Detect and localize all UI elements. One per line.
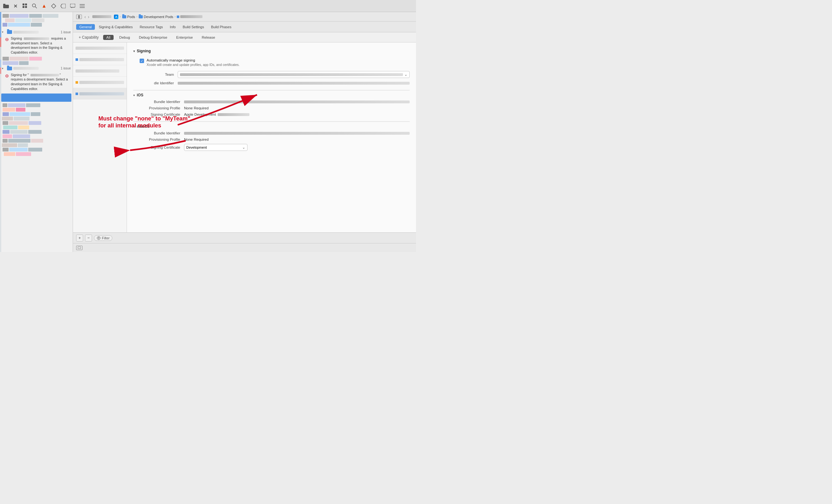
error-item-1: ⊖ Signing requires a development team. S… xyxy=(0,35,73,56)
filter-btn[interactable]: Filter xyxy=(94,235,112,241)
svg-line-9 xyxy=(35,7,37,8)
ios-provisioning-row: Provisioning Profile None Required xyxy=(133,106,410,110)
diamond-icon[interactable] xyxy=(51,3,56,9)
bundle-id-label: dle Identifier xyxy=(133,81,178,85)
status-bar xyxy=(73,243,416,252)
file-row-1[interactable] xyxy=(73,43,127,54)
nav-group-1[interactable]: ▾ 1 issue xyxy=(0,29,73,35)
svg-marker-10 xyxy=(51,4,56,8)
breadcrumb-dev-pods[interactable]: Development Pods xyxy=(139,15,173,19)
main-toolbar: ▲ xyxy=(0,0,416,12)
svg-rect-1 xyxy=(3,4,5,5)
svg-rect-0 xyxy=(3,5,9,8)
macos-provisioning-label: Provisioning Profile xyxy=(133,138,184,141)
macos-section-header: ▾ macOS xyxy=(133,124,410,129)
xcode-icon: A xyxy=(114,15,119,19)
pods-folder-icon xyxy=(122,15,126,18)
signing-section-label: Signing xyxy=(137,49,151,53)
ios-signing-cert-value: Apple Development xyxy=(184,113,250,116)
ios-arrow[interactable]: ▾ xyxy=(133,93,135,97)
file-row-2[interactable] xyxy=(73,54,127,65)
subtab-bar: + Capability All Debug Debug Enterprise … xyxy=(73,32,416,43)
macos-signing-cert-dropdown[interactable]: Development ⌄ xyxy=(184,144,248,151)
team-field-row: Team ⌄ xyxy=(133,71,410,78)
macos-provisioning-row: Provisioning Profile None Required xyxy=(133,138,410,141)
add-capability-btn[interactable]: + Capability xyxy=(77,34,101,40)
bubble-icon[interactable] xyxy=(70,3,76,9)
filter-label: Filter xyxy=(102,236,109,240)
blurred-item-icon xyxy=(177,16,179,18)
list-icon[interactable] xyxy=(79,3,85,9)
tab-resource-tags[interactable]: Resource Tags xyxy=(136,24,166,30)
breadcrumb-path-blurred xyxy=(92,15,111,18)
filter-icon xyxy=(97,236,101,240)
flag-icon[interactable]: ▲ xyxy=(41,3,47,9)
add-btn[interactable]: + xyxy=(76,234,83,242)
file-row-5[interactable] xyxy=(73,88,127,100)
error-text-2: Signing for " " requires a development t… xyxy=(11,73,68,91)
macos-label: macOS xyxy=(137,124,150,129)
breadcrumb-sep-2: › xyxy=(136,15,137,18)
macos-signing-cert-label: Signing Certificate xyxy=(133,145,184,149)
subtab-release[interactable]: Release xyxy=(199,35,218,40)
remove-btn[interactable]: − xyxy=(85,234,92,242)
toggle-arrow-1[interactable]: ▾ xyxy=(2,30,6,34)
signing-section-arrow[interactable]: ▾ xyxy=(133,50,135,53)
file-panel xyxy=(73,43,127,232)
breadcrumb-item-blurred[interactable] xyxy=(177,15,203,18)
macos-bundle-id-row: Bundle Identifier xyxy=(133,131,410,135)
issue-count-2: 1 issue xyxy=(60,66,71,70)
sidebar-toggle[interactable] xyxy=(76,15,82,19)
ios-signing-cert-row: Signing Certificate Apple Development xyxy=(133,113,410,116)
subtab-debug-enterprise[interactable]: Debug Enterprise xyxy=(136,35,171,40)
svg-rect-4 xyxy=(23,3,24,5)
pods-label: Pods xyxy=(127,15,135,19)
macos-provisioning-value: None Required xyxy=(184,138,208,141)
tab-bar: General Signing & Capabilities Resource … xyxy=(73,22,416,32)
tab-build-settings[interactable]: Build Settings xyxy=(180,24,207,30)
close-icon[interactable] xyxy=(13,3,19,9)
subtab-enterprise[interactable]: Enterprise xyxy=(173,35,196,40)
right-panel: ‹ › A › Pods › Development Pods › xyxy=(73,12,416,252)
tab-build-phases[interactable]: Build Phases xyxy=(208,24,234,30)
svg-point-8 xyxy=(32,4,35,7)
folder-icon-1 xyxy=(7,30,12,34)
macos-cert-value: Development xyxy=(186,145,242,149)
auto-manage-label: Automatically manage signing xyxy=(147,58,240,62)
tab-signing[interactable]: Signing & Capabilities xyxy=(96,24,136,30)
toggle-arrow-2[interactable]: ▾ xyxy=(2,67,6,70)
macos-bundle-id-label: Bundle Identifier xyxy=(133,131,184,135)
grid-icon[interactable] xyxy=(22,3,28,9)
tab-info[interactable]: Info xyxy=(166,24,179,30)
tag-icon[interactable] xyxy=(60,3,66,9)
ios-bundle-id-value xyxy=(184,101,410,103)
error-item-2: ⊖ Signing for " " requires a development… xyxy=(0,71,73,92)
tab-general[interactable]: General xyxy=(76,24,95,30)
ios-cert-blurred xyxy=(218,113,250,116)
search-icon[interactable] xyxy=(32,3,37,9)
subtab-debug[interactable]: Debug xyxy=(116,35,133,40)
team-dropdown[interactable]: ⌄ xyxy=(178,71,410,78)
selected-nav-item[interactable] xyxy=(1,93,71,102)
svg-rect-5 xyxy=(25,3,27,5)
ios-bundle-id-row: Bundle Identifier xyxy=(133,100,410,104)
nav-group-2[interactable]: ▾ 1 issue xyxy=(0,66,73,71)
folder-icon[interactable] xyxy=(3,3,9,9)
error-text-1: Signing requires a development team. Sel… xyxy=(11,36,66,54)
signing-section-header: ▾ Signing xyxy=(133,48,410,55)
breadcrumb-pods[interactable]: Pods xyxy=(122,15,135,19)
nav-forward[interactable]: › xyxy=(88,14,89,19)
ios-provisioning-value: None Required xyxy=(184,106,208,110)
nav-back[interactable]: ‹ xyxy=(84,14,86,19)
subtab-all[interactable]: All xyxy=(103,35,113,40)
bottom-toolbar: + − Filter xyxy=(73,232,416,243)
file-row-3[interactable] xyxy=(73,65,127,77)
dev-pods-label: Development Pods xyxy=(144,15,173,19)
file-row-4[interactable] xyxy=(73,77,127,88)
macos-arrow[interactable]: ▾ xyxy=(133,125,135,129)
ios-provisioning-label: Provisioning Profile xyxy=(133,106,184,110)
error-icon-1: ⊖ xyxy=(5,36,9,43)
svg-rect-6 xyxy=(23,6,24,8)
ios-label: iOS xyxy=(137,93,144,97)
auto-manage-checkbox[interactable]: ✓ xyxy=(139,59,144,63)
